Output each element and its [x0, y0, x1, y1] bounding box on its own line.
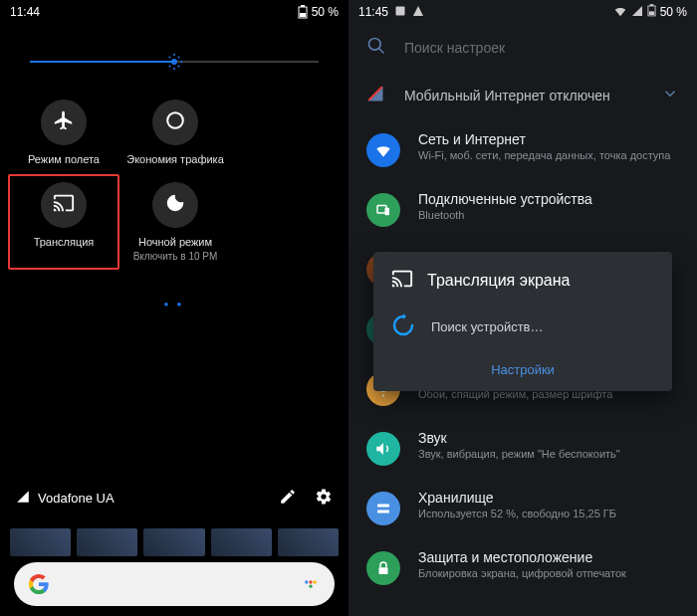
- setting-storage[interactable]: ХранилищеИспользуется 52 %, свободно 15,…: [348, 478, 697, 537]
- setting-title: Защита и местоположение: [418, 549, 626, 565]
- svg-point-13: [305, 580, 308, 583]
- signal-off-icon: [366, 85, 384, 105]
- setting-sub: Bluetooth: [418, 209, 592, 221]
- svg-point-14: [309, 580, 312, 583]
- svg-point-21: [369, 39, 381, 51]
- tile-label: Ночной режим: [138, 236, 212, 249]
- statusbar-left: 11:44 50 %: [0, 0, 348, 24]
- svg-rect-40: [377, 511, 389, 513]
- svg-line-11: [178, 57, 180, 59]
- datasaver-icon: [164, 109, 186, 135]
- battery-icon: [647, 4, 656, 20]
- svg-line-8: [169, 57, 171, 59]
- clock: 11:44: [10, 5, 40, 19]
- cast-icon: [53, 192, 75, 218]
- svg-point-16: [309, 585, 312, 588]
- setting-title: Хранилище: [418, 490, 616, 506]
- google-searchbar[interactable]: [14, 562, 335, 606]
- svg-rect-2: [300, 13, 306, 17]
- brightness-thumb[interactable]: [165, 53, 183, 71]
- setting-title: Подключенные устройства: [418, 191, 592, 207]
- tile-cast[interactable]: Трансляция: [8, 174, 119, 270]
- wifi-icon: [366, 133, 400, 167]
- setting-title: Звук: [418, 430, 620, 446]
- setting-connected[interactable]: Подключенные устройстваBluetooth: [348, 179, 697, 239]
- search-icon: [366, 36, 386, 59]
- qs-tiles: Режим полета Экономия трафика Трансляция…: [0, 82, 348, 280]
- dialog-body: Поиск устройств…: [431, 319, 544, 334]
- svg-rect-17: [396, 6, 405, 15]
- mobile-data-banner[interactable]: Мобильный Интернет отключен: [348, 71, 697, 119]
- svg-point-12: [167, 112, 183, 128]
- svg-line-10: [169, 66, 171, 68]
- svg-rect-25: [385, 208, 390, 216]
- svg-point-15: [314, 580, 317, 583]
- tile-sublabel: Включить в 10 PM: [133, 251, 218, 262]
- battery-text: 50 %: [660, 5, 687, 19]
- tile-label: Трансляция: [34, 236, 95, 249]
- storage-icon: [366, 492, 400, 525]
- svg-line-22: [379, 49, 384, 54]
- svg-rect-39: [377, 505, 389, 508]
- svg-rect-20: [648, 11, 653, 15]
- phone-quicksettings: 11:44 50 % Режим полета Экономия трафика…: [0, 0, 348, 616]
- airplane-icon: [53, 109, 75, 135]
- mic-icon[interactable]: [301, 572, 321, 596]
- tile-label: Режим полета: [28, 153, 100, 166]
- spinner-icon: [391, 313, 415, 340]
- tile-datasaver[interactable]: Экономия трафика: [119, 92, 231, 174]
- svg-point-3: [171, 59, 177, 65]
- notif-icon: [412, 5, 424, 20]
- tile-nightmode[interactable]: Ночной режим Включить в 10 PM: [119, 174, 231, 270]
- setting-sound[interactable]: ЗвукЗвук, вибрация, режим "Не беспокоить…: [348, 418, 697, 478]
- banner-text: Мобильный Интернет отключен: [404, 88, 610, 103]
- svg-rect-41: [379, 567, 388, 574]
- phone-settings: 11:45 50 % Поиск настроек Мобильный Инте…: [348, 0, 697, 616]
- setting-sub: Wi-Fi, моб. сети, передача данных, точка…: [418, 149, 670, 161]
- brightness-slider[interactable]: [0, 24, 348, 82]
- wallpaper-strip: [10, 528, 339, 556]
- moon-icon: [164, 192, 186, 218]
- setting-network[interactable]: Сеть и ИнтернетWi-Fi, моб. сети, передач…: [348, 119, 697, 179]
- statusbar-right: 11:45 50 %: [348, 0, 697, 24]
- setting-sub: Блокировка экрана, цифровой отпечаток: [418, 567, 626, 579]
- cast-icon: [391, 268, 413, 294]
- edit-icon[interactable]: [279, 488, 297, 509]
- lock-icon: [366, 551, 400, 585]
- signal-icon: [16, 490, 30, 507]
- dialog-settings-button[interactable]: Настройки: [391, 354, 654, 381]
- setting-security[interactable]: Защита и местоположениеБлокировка экрана…: [348, 537, 697, 597]
- settings-icon[interactable]: [315, 488, 333, 509]
- dialog-title: Трансляция экрана: [427, 272, 570, 290]
- carrier-name: Vodafone UA: [38, 491, 115, 506]
- setting-sub: Звук, вибрация, режим "Не беспокоить": [418, 448, 620, 460]
- carrier-row: Vodafone UA: [0, 478, 348, 518]
- devices-icon: [366, 193, 400, 227]
- battery-icon: [298, 5, 308, 19]
- setting-title: Сеть и Интернет: [418, 131, 670, 147]
- tile-label: Экономия трафика: [126, 153, 224, 166]
- tile-airplane[interactable]: Режим полета: [8, 92, 119, 174]
- signal-icon: [631, 5, 643, 20]
- search-placeholder: Поиск настроек: [404, 40, 505, 56]
- page-indicator: ● ●: [0, 300, 348, 308]
- svg-rect-19: [649, 4, 653, 6]
- notif-icon: [394, 5, 406, 20]
- wifi-icon: [613, 4, 627, 21]
- volume-icon: [366, 432, 400, 466]
- svg-rect-1: [301, 5, 305, 7]
- clock: 11:45: [358, 5, 388, 19]
- svg-line-9: [178, 66, 180, 68]
- google-logo-icon: [28, 573, 50, 595]
- setting-sub: Используется 52 %, свободно 15,25 ГБ: [418, 508, 616, 519]
- cast-dialog: Трансляция экрана Поиск устройств… Настр…: [373, 252, 672, 391]
- settings-search[interactable]: Поиск настроек: [348, 24, 697, 71]
- battery-text: 50 %: [312, 5, 339, 19]
- chevron-down-icon: [661, 85, 679, 105]
